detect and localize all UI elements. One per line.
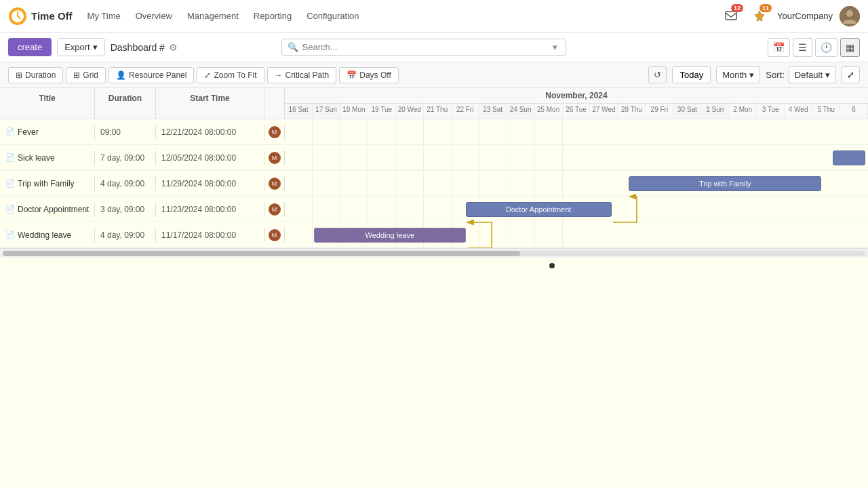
resource-panel-button[interactable]: 👤 Resource Panel bbox=[108, 67, 194, 83]
person-icon: 👤 bbox=[116, 70, 126, 80]
row-duration: 3 day, 09:00 bbox=[95, 202, 156, 217]
gantt-row[interactable]: 📄 Trip with Family4 day, 09:0011/29/2024… bbox=[0, 171, 868, 197]
calendar-view-button[interactable]: 📅 bbox=[768, 38, 790, 57]
row-timeline: Trip with Family bbox=[285, 171, 868, 197]
gantt-row[interactable]: 📄 Fever09:0012/21/2024 08:00:00M bbox=[0, 119, 868, 145]
avatar-image bbox=[840, 6, 860, 26]
duration-button[interactable]: ⊞ Duration bbox=[8, 67, 63, 83]
nav-reporting[interactable]: Reporting bbox=[247, 7, 298, 25]
sort-selector[interactable]: Default ▾ bbox=[789, 66, 836, 83]
gantt-bar[interactable] bbox=[833, 150, 865, 165]
messages-button[interactable]: 12 bbox=[720, 5, 742, 27]
right-controls: ↺ Today Month ▾ Sort: Default ▾ ⤢ bbox=[648, 66, 860, 83]
row-title: 📄 Wedding leave bbox=[0, 228, 95, 243]
gantt-chart: Title Duration Start Time November, 2024… bbox=[0, 88, 868, 248]
row-duration: 7 day, 09:00 bbox=[95, 150, 156, 165]
nav-management[interactable]: Management bbox=[180, 7, 245, 25]
day-cell: 25 Mon bbox=[535, 104, 563, 119]
gantt-row[interactable]: 📄 Sick leave7 day, 09:0012/05/2024 08:00… bbox=[0, 145, 868, 171]
gantt-row[interactable]: 📄 Doctor Appointment3 day, 09:0011/23/20… bbox=[0, 197, 868, 222]
row-duration: 09:00 bbox=[95, 125, 156, 140]
alerts-badge: 11 bbox=[760, 4, 772, 12]
day-cell: 17 Sun bbox=[313, 104, 340, 119]
day-cell: 28 Thu bbox=[618, 104, 646, 119]
nav-right-area: 12 11 YourCompany bbox=[720, 5, 860, 27]
day-cell: 26 Tue bbox=[563, 104, 591, 119]
days-off-button[interactable]: 📅 Days Off bbox=[339, 67, 398, 83]
nav-configuration[interactable]: Configuration bbox=[300, 7, 366, 25]
row-title: 📄 Fever bbox=[0, 125, 95, 140]
company-name: YourCompany bbox=[777, 11, 833, 21]
search-bar: 🔍 ▾ bbox=[281, 39, 566, 56]
gantt-view-button[interactable]: ▦ bbox=[840, 38, 860, 57]
doc-icon: 📄 bbox=[5, 127, 15, 136]
grid-button[interactable]: ⊞ Grid bbox=[66, 67, 106, 83]
sort-area: Sort: Default ▾ bbox=[766, 66, 836, 83]
day-cell: 16 Sat bbox=[285, 104, 313, 119]
search-input[interactable] bbox=[302, 42, 546, 52]
row-title: 📄 Doctor Appointment bbox=[0, 202, 95, 217]
dashboard-title: Dashboard # ⚙ bbox=[111, 42, 178, 53]
settings-icon[interactable]: ⚙ bbox=[169, 42, 178, 53]
row-timeline bbox=[285, 119, 868, 145]
month-label: November, 2024 bbox=[285, 88, 868, 104]
assignee-avatar: M bbox=[269, 152, 281, 164]
app-logo[interactable]: Time Off bbox=[8, 7, 73, 26]
avatar[interactable] bbox=[840, 6, 860, 26]
search-icon: 🔍 bbox=[288, 42, 298, 52]
horizontal-scrollbar[interactable] bbox=[0, 248, 868, 258]
row-timeline bbox=[285, 145, 868, 171]
today-button[interactable]: Today bbox=[672, 66, 711, 83]
title-column-header: Title bbox=[0, 88, 95, 119]
day-cell: 20 Wed bbox=[396, 104, 424, 119]
view-controls: 📅 ☰ 🕐 ▦ bbox=[768, 38, 860, 57]
gantt-bar[interactable]: Doctor Appointment bbox=[466, 202, 612, 217]
day-cell: 5 Thu bbox=[812, 104, 840, 119]
row-assignee: M bbox=[264, 176, 285, 191]
top-navigation: Time Off My Time Overview Management Rep… bbox=[0, 0, 868, 33]
alerts-button[interactable]: 11 bbox=[749, 5, 770, 27]
action-toolbar: create Export ▾ Dashboard # ⚙ 🔍 ▾ 📅 ☰ 🕐 … bbox=[0, 33, 868, 62]
row-assignee: M bbox=[264, 202, 285, 217]
nav-my-time[interactable]: My Time bbox=[81, 7, 127, 25]
gantt-bar[interactable]: Wedding leave bbox=[314, 228, 466, 243]
row-assignee: M bbox=[264, 228, 285, 243]
clock-view-button[interactable]: 🕐 bbox=[815, 38, 837, 57]
calendar-icon: 📅 bbox=[347, 70, 357, 80]
row-start-time: 11/17/2024 08:00:00 bbox=[156, 228, 264, 243]
day-cell: 30 Sat bbox=[673, 104, 701, 119]
zoom-icon: ⤢ bbox=[204, 70, 211, 80]
row-start-time: 11/23/2024 08:00:00 bbox=[156, 202, 264, 217]
row-duration: 4 day, 09:00 bbox=[95, 176, 156, 191]
day-cell: 23 Sat bbox=[479, 104, 507, 119]
row-timeline: Doctor Appointment bbox=[285, 197, 868, 222]
search-dropdown-button[interactable]: ▾ bbox=[550, 42, 560, 52]
chevron-icon: ▾ bbox=[749, 70, 754, 80]
gantt-bar[interactable]: Trip with Family bbox=[629, 176, 821, 191]
refresh-button[interactable]: ↺ bbox=[648, 66, 667, 83]
scrollbar-track bbox=[3, 251, 865, 256]
expand-button[interactable]: ⤢ bbox=[842, 66, 860, 83]
day-cell: 4 Wed bbox=[785, 104, 812, 119]
day-cell: 24 Sun bbox=[507, 104, 535, 119]
zoom-to-fit-button[interactable]: ⤢ Zoom To Fit bbox=[197, 67, 264, 83]
nav-overview[interactable]: Overview bbox=[129, 7, 179, 25]
gantt-row[interactable]: 📄 Wedding leave4 day, 09:0011/17/2024 08… bbox=[0, 222, 868, 248]
scrollbar-thumb[interactable] bbox=[3, 251, 520, 256]
grid-icon: ⊞ bbox=[73, 70, 80, 80]
assignee-avatar: M bbox=[269, 178, 281, 190]
list-view-button[interactable]: ☰ bbox=[793, 38, 812, 57]
critical-path-button[interactable]: → Critical Path bbox=[267, 67, 337, 83]
day-cell: 27 Wed bbox=[590, 104, 618, 119]
day-cell: 22 Fri bbox=[452, 104, 479, 119]
assignee-avatar: M bbox=[269, 229, 281, 241]
month-selector[interactable]: Month ▾ bbox=[716, 66, 760, 83]
row-start-time: 12/05/2024 08:00:00 bbox=[156, 150, 264, 165]
chevron-icon: ▾ bbox=[825, 70, 830, 80]
day-cell: 3 Tue bbox=[757, 104, 785, 119]
export-button[interactable]: Export ▾ bbox=[57, 38, 105, 56]
row-duration: 4 day, 09:00 bbox=[95, 228, 156, 243]
gantt-toolbar: ⊞ Duration ⊞ Grid 👤 Resource Panel ⤢ Zoo… bbox=[0, 62, 868, 88]
app-name: Time Off bbox=[31, 10, 73, 22]
create-button[interactable]: create bbox=[8, 38, 52, 56]
